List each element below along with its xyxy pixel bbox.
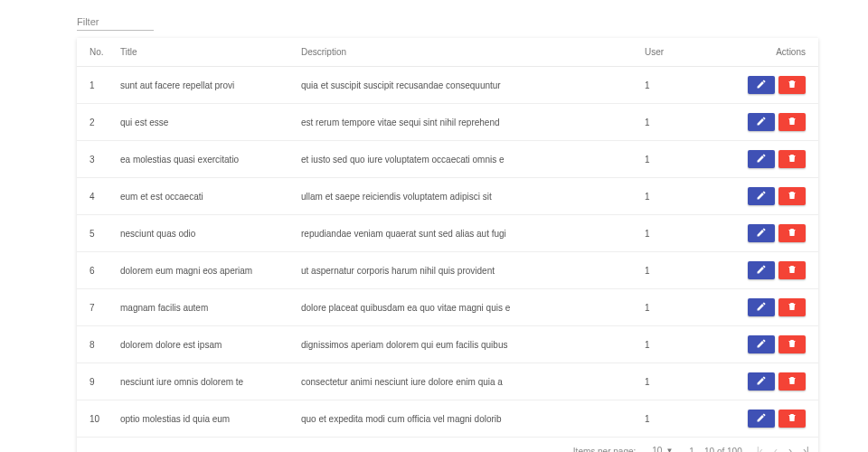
cell-title: magnam facilis autem: [113, 289, 294, 326]
pencil-icon: [756, 79, 767, 91]
table-row: 5nesciunt quas odiorepudiandae veniam qu…: [77, 215, 818, 252]
cell-no: 5: [77, 215, 113, 252]
table-row: 8dolorem dolore est ipsamdignissimos ape…: [77, 326, 818, 363]
cell-description: et iusto sed quo iure voluptatem occaeca…: [294, 141, 637, 178]
data-table: No. Title Description User Actions 1sunt…: [77, 38, 818, 438]
filter-input[interactable]: [77, 14, 154, 31]
cell-user: 1: [637, 215, 737, 252]
cell-title: dolorem dolore est ipsam: [113, 326, 294, 363]
cell-user: 1: [637, 141, 737, 178]
table-row: 1sunt aut facere repellat proviquia et s…: [77, 67, 818, 104]
cell-no: 9: [77, 363, 113, 400]
table-row: 3ea molestias quasi exercitatioet iusto …: [77, 141, 818, 178]
cell-description: dolore placeat quibusdam ea quo vitae ma…: [294, 289, 637, 326]
edit-button[interactable]: [748, 372, 775, 391]
cell-actions: [737, 141, 818, 178]
trash-icon: [787, 375, 797, 388]
pencil-icon: [756, 338, 767, 351]
delete-button[interactable]: [778, 113, 806, 131]
cell-user: 1: [637, 104, 737, 141]
edit-button[interactable]: [748, 76, 775, 94]
table-row: 10optio molestias id quia eumquo et expe…: [77, 400, 818, 438]
table-row: 9nesciunt iure omnis dolorem teconsectet…: [77, 363, 818, 400]
next-page-button[interactable]: ›: [788, 446, 792, 452]
cell-no: 8: [77, 326, 113, 363]
cell-title: sunt aut facere repellat provi: [113, 67, 294, 104]
trash-icon: [787, 116, 797, 128]
pencil-icon: [756, 412, 767, 425]
pencil-icon: [756, 227, 767, 240]
trash-icon: [787, 227, 797, 240]
delete-button[interactable]: [778, 187, 806, 205]
pencil-icon: [756, 153, 767, 165]
cell-title: qui est esse: [113, 104, 294, 141]
table-row: 6dolorem eum magni eos aperiamut asperna…: [77, 252, 818, 289]
cell-title: dolorem eum magni eos aperiam: [113, 252, 294, 289]
edit-button[interactable]: [748, 150, 775, 168]
cell-description: dignissimos aperiam dolorem qui eum faci…: [294, 326, 637, 363]
trash-icon: [787, 190, 797, 202]
data-table-card: No. Title Description User Actions 1sunt…: [77, 38, 818, 452]
page-size-select[interactable]: 10 ▼: [650, 445, 675, 452]
delete-button[interactable]: [778, 150, 806, 168]
pencil-icon: [756, 301, 767, 314]
cell-actions: [737, 289, 818, 326]
col-no[interactable]: No.: [77, 38, 113, 67]
cell-description: quo et expedita modi cum officia vel mag…: [294, 400, 637, 438]
delete-button[interactable]: [778, 298, 806, 316]
col-actions: Actions: [737, 38, 818, 67]
cell-no: 10: [77, 400, 113, 438]
delete-button[interactable]: [778, 410, 806, 428]
first-page-button[interactable]: |‹: [757, 446, 763, 452]
cell-actions: [737, 178, 818, 215]
delete-button[interactable]: [778, 372, 806, 391]
cell-user: 1: [637, 400, 737, 438]
cell-no: 4: [77, 178, 113, 215]
delete-button[interactable]: [778, 261, 806, 279]
edit-button[interactable]: [748, 410, 775, 428]
delete-button[interactable]: [778, 76, 806, 94]
table-row: 4eum et est occaecatiullam et saepe reic…: [77, 178, 818, 215]
cell-no: 6: [77, 252, 113, 289]
cell-user: 1: [637, 363, 737, 400]
last-page-button[interactable]: ›|: [803, 446, 809, 452]
trash-icon: [787, 412, 797, 425]
cell-actions: [737, 363, 818, 400]
paginator: Items per page: 10 ▼ 1 – 10 of 100 |‹ ‹ …: [77, 438, 818, 452]
edit-button[interactable]: [748, 224, 775, 242]
edit-button[interactable]: [748, 113, 775, 131]
trash-icon: [787, 79, 797, 91]
col-title[interactable]: Title: [113, 38, 294, 67]
cell-user: 1: [637, 178, 737, 215]
cell-actions: [737, 215, 818, 252]
edit-button[interactable]: [748, 335, 775, 353]
caret-down-icon: ▼: [665, 447, 673, 452]
cell-description: ullam et saepe reiciendis voluptatem adi…: [294, 178, 637, 215]
pencil-icon: [756, 116, 767, 128]
edit-button[interactable]: [748, 298, 775, 316]
cell-actions: [737, 400, 818, 438]
trash-icon: [787, 153, 797, 165]
delete-button[interactable]: [778, 335, 806, 353]
cell-user: 1: [637, 326, 737, 363]
cell-user: 1: [637, 252, 737, 289]
cell-no: 3: [77, 141, 113, 178]
cell-description: consectetur animi nesciunt iure dolore e…: [294, 363, 637, 400]
col-user[interactable]: User: [637, 38, 737, 67]
cell-description: est rerum tempore vitae sequi sint nihil…: [294, 104, 637, 141]
page-size-value: 10: [652, 446, 662, 452]
cell-actions: [737, 252, 818, 289]
range-label: 1 – 10 of 100: [689, 447, 741, 453]
trash-icon: [787, 338, 797, 351]
delete-button[interactable]: [778, 224, 806, 242]
cell-description: ut aspernatur corporis harum nihil quis …: [294, 252, 637, 289]
items-per-page-label: Items per page:: [573, 447, 636, 453]
edit-button[interactable]: [748, 261, 775, 279]
pencil-icon: [756, 190, 767, 202]
prev-page-button[interactable]: ‹: [774, 446, 778, 452]
pencil-icon: [756, 264, 767, 277]
trash-icon: [787, 301, 797, 314]
edit-button[interactable]: [748, 187, 775, 205]
cell-description: repudiandae veniam quaerat sunt sed alia…: [294, 215, 637, 252]
col-description[interactable]: Description: [294, 38, 637, 67]
